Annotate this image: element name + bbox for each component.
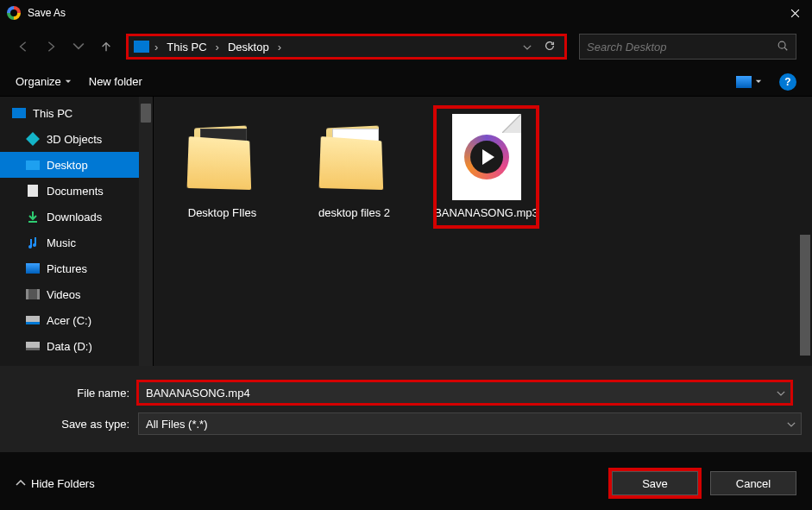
search-icon: [777, 40, 789, 54]
file-label: desktop files 2: [318, 205, 390, 220]
folder-icon: [188, 123, 257, 191]
search-box[interactable]: [579, 34, 796, 60]
app-icon: [7, 6, 21, 20]
help-button[interactable]: ?: [779, 73, 796, 91]
filename-input[interactable]: [146, 387, 784, 400]
refresh-button[interactable]: [540, 40, 559, 54]
sidebar-item-label: Desktop: [47, 159, 88, 172]
scroll-thumb[interactable]: [800, 235, 810, 356]
svg-point-1: [28, 245, 32, 249]
file-label: Desktop FIles: [188, 205, 256, 220]
sidebar-item-label: Documents: [47, 185, 104, 198]
sidebar-item-documents[interactable]: Documents: [0, 178, 153, 204]
sidebar: This PC 3D Objects Desktop Documents Dow…: [0, 97, 154, 366]
sidebar-item-3dobjects[interactable]: 3D Objects: [0, 126, 153, 152]
breadcrumb-thispc[interactable]: This PC: [163, 39, 210, 55]
sidebar-scrollbar[interactable]: [139, 97, 153, 366]
desktop-icon: [26, 159, 40, 171]
sidebar-item-label: Data (D:): [47, 340, 92, 353]
drive-icon: [26, 340, 40, 352]
folder-icon: [320, 123, 389, 191]
dropdown-arrow[interactable]: [777, 387, 785, 400]
sidebar-item-acer-c[interactable]: Acer (C:): [0, 307, 153, 333]
nav-bar: › This PC › Desktop ›: [0, 26, 812, 67]
monitor-icon: [12, 107, 26, 119]
filetype-label: Save as type:: [10, 418, 138, 431]
chevron-up-icon: [16, 480, 26, 487]
form-section: File name: Save as type: All Files (*.*): [0, 366, 812, 452]
sidebar-item-label: 3D Objects: [47, 133, 102, 146]
filename-label: File name:: [10, 387, 138, 400]
documents-icon: [26, 185, 40, 197]
drive-icon: [26, 314, 40, 326]
search-input[interactable]: [587, 41, 771, 54]
downloads-icon: [26, 211, 40, 223]
filename-combobox[interactable]: [138, 381, 791, 404]
forward-button[interactable]: [43, 39, 59, 54]
3d-icon: [26, 133, 40, 145]
filetype-combobox[interactable]: All Files (*.*): [138, 412, 802, 435]
chevron-right-icon: ›: [154, 41, 158, 54]
footer: Hide Folders Save Cancel: [0, 452, 812, 506]
arrow-right-icon: [45, 41, 57, 53]
sidebar-root-label: This PC: [33, 107, 72, 120]
sidebar-item-pictures[interactable]: Pictures: [0, 255, 153, 281]
dropdown-arrow[interactable]: [787, 418, 796, 431]
save-button[interactable]: Save: [612, 471, 698, 495]
videos-icon: [26, 288, 40, 300]
filearea-scrollbar[interactable]: [798, 97, 812, 366]
close-button[interactable]: [777, 0, 812, 26]
sidebar-item-label: Music: [47, 236, 76, 249]
organize-label: Organize: [16, 75, 61, 88]
arrow-left-icon: [17, 41, 29, 53]
chevron-down-icon: [523, 45, 532, 51]
back-button[interactable]: [16, 39, 31, 54]
caret-down-icon: [755, 79, 762, 84]
chevron-right-icon: ›: [278, 41, 281, 54]
close-icon: [790, 9, 800, 18]
sidebar-item-music[interactable]: Music: [0, 230, 153, 255]
svg-point-0: [778, 41, 785, 48]
file-item-mp3[interactable]: BANANASONG.mp3: [437, 109, 536, 225]
hide-folders-button[interactable]: Hide Folders: [16, 477, 95, 490]
new-folder-button[interactable]: New folder: [89, 75, 142, 88]
help-icon: ?: [784, 76, 790, 88]
address-history-dropdown[interactable]: [519, 41, 535, 54]
sidebar-item-downloads[interactable]: Downloads: [0, 204, 153, 230]
new-folder-label: New folder: [89, 75, 142, 88]
file-label: BANANASONG.mp3: [434, 205, 538, 220]
chevron-right-icon: ›: [216, 41, 219, 54]
file-item-folder[interactable]: Desktop FIles: [173, 109, 272, 225]
file-item-folder[interactable]: desktop files 2: [305, 109, 404, 225]
sidebar-item-videos[interactable]: Videos: [0, 281, 153, 307]
title-bar: Save As: [0, 0, 812, 26]
breadcrumb-desktop[interactable]: Desktop: [224, 39, 273, 55]
up-button[interactable]: [98, 39, 114, 54]
file-area[interactable]: Desktop FIles desktop files 2 BANANASONG…: [154, 97, 812, 366]
address-bar[interactable]: › This PC › Desktop ›: [126, 34, 567, 60]
sidebar-root-thispc[interactable]: This PC: [0, 100, 153, 126]
filetype-value: All Files (*.*): [146, 418, 208, 431]
recent-dropdown[interactable]: [71, 39, 86, 54]
chevron-down-icon: [72, 41, 85, 53]
organize-menu[interactable]: Organize: [16, 75, 72, 88]
window-title: Save As: [28, 7, 784, 19]
scroll-thumb[interactable]: [141, 104, 151, 123]
toolbar: Organize New folder ?: [0, 67, 812, 97]
sidebar-item-label: Downloads: [47, 211, 102, 224]
sidebar-item-desktop[interactable]: Desktop: [0, 152, 153, 178]
audio-file-icon: [452, 114, 521, 200]
caret-down-icon: [65, 79, 72, 84]
cancel-button[interactable]: Cancel: [710, 471, 796, 495]
view-menu[interactable]: [736, 72, 762, 91]
hide-folders-label: Hide Folders: [31, 477, 95, 490]
monitor-icon: [134, 41, 149, 53]
refresh-icon: [544, 40, 556, 52]
pictures-icon: [26, 262, 40, 274]
sidebar-item-label: Pictures: [47, 262, 87, 275]
sidebar-item-label: Videos: [47, 288, 81, 301]
sidebar-item-label: Acer (C:): [47, 314, 91, 327]
music-icon: [26, 236, 40, 249]
sidebar-item-data-d[interactable]: Data (D:): [0, 333, 153, 359]
arrow-up-icon: [100, 41, 112, 53]
